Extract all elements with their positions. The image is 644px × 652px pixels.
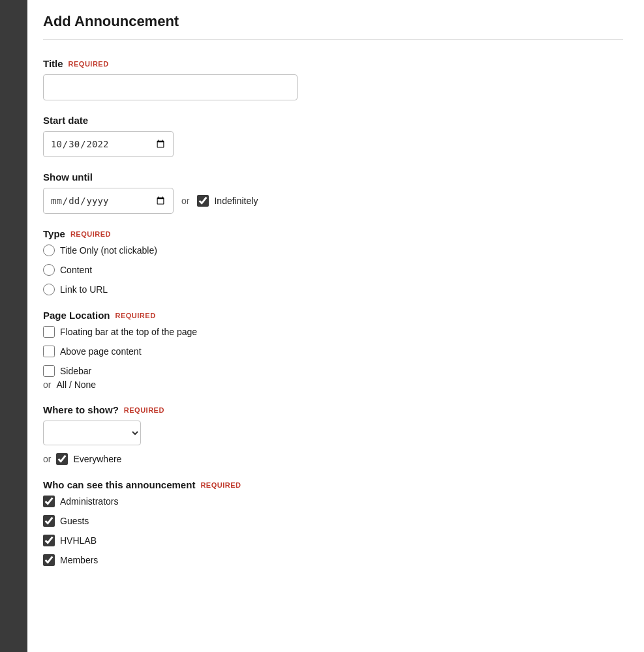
indefinitely-label[interactable]: Indefinitely <box>197 195 258 207</box>
indefinitely-text: Indefinitely <box>214 196 258 206</box>
type-option-content[interactable]: Content <box>43 264 623 276</box>
page-location-label-row: Page Location REQUIRED <box>43 310 623 321</box>
wcs-admin-text: Administrators <box>60 496 118 507</box>
wcs-hvhlab-checkbox[interactable] <box>43 535 55 546</box>
main-panel: Add Announcement Title REQUIRED Start da… <box>27 0 644 652</box>
show-until-input[interactable] <box>43 188 174 214</box>
type-radio-link-url[interactable] <box>43 284 55 295</box>
who-can-see-section: Who can see this announcement REQUIRED A… <box>43 479 623 566</box>
loc-sidebar-checkbox[interactable] <box>43 365 55 377</box>
start-date-section: Start date <box>43 115 623 157</box>
everywhere-label[interactable]: Everywhere <box>56 453 121 465</box>
show-until-label-row: Show until <box>43 171 623 183</box>
show-until-label: Show until <box>43 171 93 183</box>
wcs-members-label[interactable]: Members <box>43 554 623 566</box>
where-to-show-or: or <box>43 454 51 464</box>
wcs-guests-label[interactable]: Guests <box>43 515 623 527</box>
start-date-input[interactable] <box>43 131 174 157</box>
where-to-show-label-row: Where to show? REQUIRED <box>43 404 623 415</box>
who-can-see-required-badge: REQUIRED <box>200 481 241 489</box>
show-until-or: or <box>181 196 189 206</box>
type-radio-group: Title Only (not clickable) Content Link … <box>43 244 623 295</box>
indefinitely-checkbox[interactable] <box>197 195 209 207</box>
wcs-hvhlab-label[interactable]: HVHLAB <box>43 535 623 546</box>
everywhere-row: or Everywhere <box>43 453 623 465</box>
start-date-label: Start date <box>43 115 88 126</box>
where-to-show-label: Where to show? <box>43 404 119 415</box>
title-section: Title REQUIRED <box>43 58 623 100</box>
everywhere-text: Everywhere <box>73 454 121 464</box>
start-date-label-row: Start date <box>43 115 623 126</box>
who-can-see-label: Who can see this announcement <box>43 479 195 490</box>
type-required-badge: REQUIRED <box>70 230 111 238</box>
page-location-label: Page Location <box>43 310 110 321</box>
where-to-show-section: Where to show? REQUIRED or Everywhere <box>43 404 623 465</box>
type-option-title-only[interactable]: Title Only (not clickable) <box>43 244 623 256</box>
loc-floating-text: Floating bar at the top of the page <box>60 327 197 337</box>
where-to-show-dropdown[interactable] <box>43 421 141 445</box>
type-option-title-only-label: Title Only (not clickable) <box>60 245 157 256</box>
who-can-see-checkbox-group: Administrators Guests HVHLAB Members <box>43 496 623 566</box>
type-option-link-url[interactable]: Link to URL <box>43 284 623 295</box>
type-radio-content[interactable] <box>43 264 55 276</box>
loc-floating-label[interactable]: Floating bar at the top of the page <box>43 326 623 338</box>
who-can-see-label-row: Who can see this announcement REQUIRED <box>43 479 623 490</box>
type-radio-title-only[interactable] <box>43 244 55 256</box>
wcs-guests-checkbox[interactable] <box>43 515 55 527</box>
loc-floating-checkbox[interactable] <box>43 326 55 338</box>
page-title: Add Announcement <box>43 13 623 40</box>
where-to-show-row <box>43 421 623 445</box>
wcs-admin-checkbox[interactable] <box>43 496 55 507</box>
sidebar-background <box>0 0 27 652</box>
title-label-row: Title REQUIRED <box>43 58 623 69</box>
loc-sidebar-label[interactable]: Sidebar <box>43 365 623 377</box>
everywhere-checkbox[interactable] <box>56 453 68 465</box>
show-until-row: or Indefinitely <box>43 188 623 214</box>
type-section: Type REQUIRED Title Only (not clickable)… <box>43 228 623 295</box>
page-location-section: Page Location REQUIRED Floating bar at t… <box>43 310 623 390</box>
wcs-admin-label[interactable]: Administrators <box>43 496 623 507</box>
page-location-or: or <box>43 379 51 390</box>
where-to-show-required-badge: REQUIRED <box>124 406 164 414</box>
show-until-section: Show until or Indefinitely <box>43 171 623 214</box>
wcs-members-text: Members <box>60 555 98 565</box>
wcs-members-checkbox[interactable] <box>43 554 55 566</box>
all-none-link[interactable]: All / None <box>56 379 96 390</box>
type-option-link-url-label: Link to URL <box>60 284 108 295</box>
loc-above-label[interactable]: Above page content <box>43 346 623 357</box>
all-none-row: or All / None <box>43 379 623 390</box>
loc-sidebar-text: Sidebar <box>60 366 91 376</box>
title-input[interactable] <box>43 74 298 100</box>
title-label: Title <box>43 58 63 69</box>
type-option-content-label: Content <box>60 265 92 275</box>
type-label: Type <box>43 228 65 239</box>
page-location-required-badge: REQUIRED <box>115 312 156 319</box>
loc-above-checkbox[interactable] <box>43 346 55 357</box>
wcs-hvhlab-text: HVHLAB <box>60 535 97 546</box>
type-label-row: Type REQUIRED <box>43 228 623 239</box>
title-required-badge: REQUIRED <box>69 60 109 68</box>
wcs-guests-text: Guests <box>60 516 89 526</box>
page-location-checkbox-group: Floating bar at the top of the page Abov… <box>43 326 623 377</box>
loc-above-text: Above page content <box>60 346 142 357</box>
